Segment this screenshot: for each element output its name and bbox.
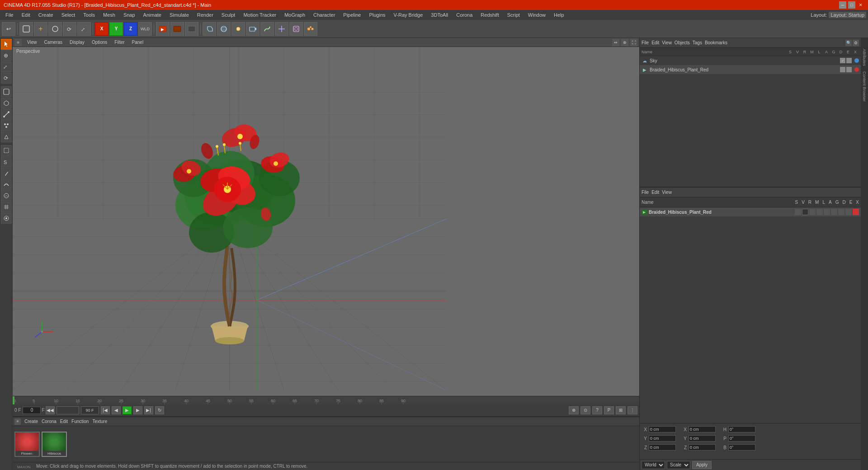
- menu-plugins[interactable]: Plugins: [365, 11, 389, 19]
- menu-pipeline[interactable]: Pipeline: [340, 11, 364, 19]
- x-axis-button[interactable]: X: [95, 22, 108, 36]
- menu-3dtoall[interactable]: 3DToAll: [427, 11, 452, 19]
- mat-menu-corona[interactable]: Corona: [42, 419, 57, 424]
- world-axis-button[interactable]: WLD: [138, 22, 152, 36]
- attr-ctrl-6[interactable]: [831, 209, 837, 215]
- menu-simulate[interactable]: Simulate: [166, 11, 193, 19]
- pb-icon-2[interactable]: ⊙: [580, 406, 590, 414]
- narrow-tab-attributes[interactable]: Attributes: [862, 47, 867, 68]
- viewport-icon-maximize[interactable]: ⛶: [630, 39, 637, 46]
- viewport-icon-move[interactable]: ⇔: [612, 39, 619, 46]
- mat-menu-function[interactable]: Function: [71, 419, 89, 424]
- render-picture-button[interactable]: ▶: [156, 22, 170, 36]
- menu-render[interactable]: Render: [193, 11, 217, 19]
- close-button[interactable]: ✕: [857, 1, 864, 9]
- render-viewport-button[interactable]: [170, 22, 184, 36]
- menu-help[interactable]: Help: [550, 11, 568, 19]
- z-axis-button[interactable]: Z: [124, 22, 137, 36]
- mat-menu-edit[interactable]: Edit: [60, 419, 68, 424]
- menu-sculpt[interactable]: Sculpt: [218, 11, 239, 19]
- obj-menu-bookmarks[interactable]: Bookmarks: [705, 40, 727, 45]
- material-swatch-hibiscus[interactable]: Hibiscus: [42, 432, 67, 457]
- narrow-tab-browser[interactable]: Content Browser: [862, 70, 867, 103]
- coord-z-pos[interactable]: [649, 444, 676, 451]
- attr-ctrl-2[interactable]: [802, 209, 808, 215]
- menu-file[interactable]: File: [2, 11, 17, 19]
- play-btn[interactable]: ▶: [123, 406, 132, 414]
- obj-menu-objects[interactable]: Objects: [675, 40, 690, 45]
- menu-edit[interactable]: Edit: [18, 11, 34, 19]
- null-button[interactable]: [275, 22, 288, 36]
- attr-row-hibiscus[interactable]: ▶ Braided_Hibiscus_Plant_Red: [640, 207, 861, 216]
- viewport-icon-zoom[interactable]: ⊕: [621, 39, 628, 46]
- selection-button[interactable]: [48, 22, 62, 36]
- pb-icon-1[interactable]: ⊗: [569, 406, 579, 414]
- viewport-grid[interactable]: Perspective Grid Spacing : 100 cm: [13, 47, 639, 396]
- attr-ctrl-1[interactable]: [795, 209, 801, 215]
- obj-icon-search[interactable]: 🔍: [845, 40, 852, 46]
- y-axis-button[interactable]: Y: [109, 22, 123, 36]
- cube-button[interactable]: [203, 22, 216, 36]
- step-forward-btn[interactable]: ▶: [133, 406, 142, 414]
- sky-render-btn[interactable]: [846, 58, 852, 63]
- coord-y-pos[interactable]: [649, 435, 676, 442]
- camera-button[interactable]: [246, 22, 259, 36]
- attr-ctrl-5[interactable]: [824, 209, 830, 215]
- menu-animate[interactable]: Animate: [140, 11, 165, 19]
- coord-y-size[interactable]: [689, 435, 716, 442]
- menu-window[interactable]: Window: [524, 11, 549, 19]
- vp-menu-panel[interactable]: Panel: [130, 40, 146, 45]
- loop-btn[interactable]: ↻: [155, 406, 164, 414]
- menu-corona[interactable]: Corona: [453, 11, 476, 19]
- cursor-tool[interactable]: [1, 39, 12, 50]
- coord-b[interactable]: [728, 444, 755, 451]
- add-button[interactable]: +: [34, 22, 47, 36]
- obj-menu-view[interactable]: View: [662, 40, 672, 45]
- mograph-button[interactable]: [304, 22, 317, 36]
- coord-z-size[interactable]: [689, 444, 716, 451]
- vp-menu-cameras[interactable]: Cameras: [42, 40, 65, 45]
- menu-redshift[interactable]: Redshift: [477, 11, 502, 19]
- brush-tool[interactable]: [1, 168, 12, 179]
- rotate-button[interactable]: ⟳: [63, 22, 76, 36]
- attr-ctrl-8[interactable]: [845, 209, 852, 215]
- apply-button[interactable]: Apply: [692, 461, 712, 469]
- pb-icon-5[interactable]: ⊞: [616, 406, 626, 414]
- vp-menu-display[interactable]: Display: [68, 40, 86, 45]
- scale-button[interactable]: ⤢: [77, 22, 91, 36]
- attr-ctrl-4[interactable]: [816, 209, 823, 215]
- obj-row-sky[interactable]: ☁ Sky ✓: [640, 56, 861, 65]
- minimize-button[interactable]: ─: [839, 1, 846, 9]
- live-select-tool[interactable]: [1, 145, 12, 156]
- smooth-tool[interactable]: [1, 179, 12, 190]
- menu-mograph[interactable]: MoGraph: [281, 11, 309, 19]
- paint-tool[interactable]: S: [1, 156, 12, 167]
- deformer-button[interactable]: [289, 22, 303, 36]
- mat-menu-create[interactable]: Create: [24, 419, 38, 424]
- texture-tool[interactable]: [1, 213, 12, 224]
- vp-menu-view[interactable]: View: [25, 40, 39, 45]
- menu-snap[interactable]: Snap: [120, 11, 139, 19]
- scale-tool[interactable]: ⤢: [1, 61, 12, 72]
- obj-menu-edit[interactable]: Edit: [651, 40, 659, 45]
- model-mode-tool[interactable]: [1, 86, 12, 97]
- current-frame-input[interactable]: [23, 407, 41, 414]
- obj-menu-file[interactable]: File: [642, 40, 649, 45]
- scale-mode-select[interactable]: Scale: [667, 461, 690, 469]
- pb-icon-3[interactable]: ?: [592, 406, 602, 414]
- viewport[interactable]: ≡ View Cameras Display Options Filter Pa…: [13, 38, 639, 396]
- undo-button[interactable]: ↩: [2, 22, 15, 36]
- mesh-tool[interactable]: [1, 98, 12, 108]
- rotate-tool[interactable]: ⟳: [1, 73, 12, 84]
- menu-mesh[interactable]: Mesh: [99, 11, 119, 19]
- coord-x-pos[interactable]: [649, 426, 676, 432]
- edge-tool[interactable]: [1, 109, 12, 120]
- pb-icon-4[interactable]: P: [604, 406, 614, 414]
- grid-tool[interactable]: [1, 202, 12, 212]
- mat-menu-texture[interactable]: Texture: [92, 419, 107, 424]
- sculpt-tool[interactable]: [1, 190, 12, 201]
- model-mode-button[interactable]: [19, 22, 33, 36]
- jump-end-btn[interactable]: ▶|: [144, 406, 153, 414]
- attr-menu-view[interactable]: View: [662, 190, 672, 195]
- spline-button[interactable]: [260, 22, 274, 36]
